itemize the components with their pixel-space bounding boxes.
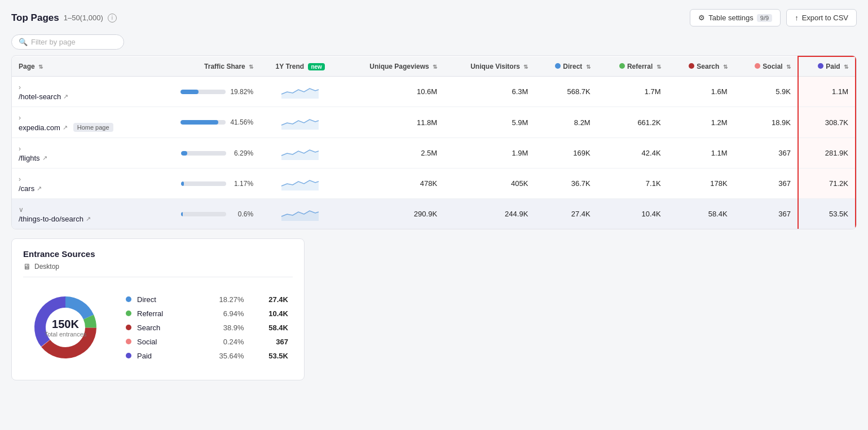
col-header-social: Social ⇅ [734, 56, 798, 77]
cell-direct: 27.4K [535, 199, 597, 229]
row-expand-button[interactable]: › [19, 144, 24, 154]
filter-by-page-input[interactable] [31, 38, 110, 46]
cell-traffic-share: 19.82% [150, 77, 260, 107]
export-csv-button[interactable]: ↑ Export to CSV [786, 9, 857, 26]
filter-input-wrap[interactable]: 🔍 [11, 34, 124, 50]
page-container: Top Pages 1–50(1,000) i ⚙ Table settings… [0, 0, 868, 430]
cell-direct: 568.7K [535, 77, 597, 107]
sort-icon-search[interactable]: ⇅ [723, 64, 728, 70]
cell-page: ∨ /things-to-do/search ↗ [12, 199, 150, 229]
external-link-icon: ↗ [63, 124, 68, 131]
cell-direct: 36.7K [535, 169, 597, 199]
search-icon: 🔍 [19, 38, 28, 46]
col-header-search: Search ⇅ [668, 56, 734, 77]
cell-social: 18.9K [734, 107, 798, 138]
dot-search [689, 63, 694, 69]
cell-trend [260, 199, 340, 229]
col-header-referral: Referral ⇅ [597, 56, 668, 77]
sort-icon-page[interactable]: ⇅ [38, 64, 43, 70]
title-count: 1–50(1,000) [64, 14, 103, 22]
cell-referral: 661.2K [597, 107, 668, 138]
cell-search: 58.4K [668, 199, 734, 229]
legend-row: Direct 18.27% 27.4K [122, 293, 292, 306]
page-link[interactable]: expedia.com ↗ Home page [19, 123, 143, 132]
legend-name-cell: Direct [122, 293, 195, 306]
home-page-badge: Home page [73, 123, 113, 132]
external-link-icon: ↗ [42, 154, 47, 162]
traffic-bar-fill [181, 181, 184, 186]
sort-icon-direct[interactable]: ⇅ [586, 64, 591, 70]
col-header-unique-visitors: Unique Visitors ⇅ [444, 56, 535, 77]
legend-pct: 6.94% [196, 307, 248, 320]
legend-label: Social [137, 338, 157, 346]
cell-referral: 42.4K [597, 138, 668, 169]
cell-unique-visitors: 1.9M [444, 138, 535, 169]
row-expand-button[interactable]: › [19, 82, 24, 92]
sort-icon-pageviews[interactable]: ⇅ [433, 64, 437, 70]
cell-unique-pageviews: 478K [340, 169, 444, 199]
legend-label: Referral [137, 309, 163, 318]
donut-segment-direct [65, 296, 94, 320]
header-row: Top Pages 1–50(1,000) i ⚙ Table settings… [11, 9, 857, 26]
external-link-icon: ↗ [63, 93, 68, 100]
dot-referral [619, 63, 625, 69]
traffic-bar-bg [181, 181, 226, 186]
table-settings-button[interactable]: ⚙ Table settings 9/9 [690, 9, 781, 26]
gear-icon: ⚙ [698, 14, 705, 22]
page-link[interactable]: /things-to-do/search ↗ [19, 215, 143, 223]
traffic-bar-bg [181, 151, 226, 156]
legend-label: Search [137, 323, 160, 332]
entrance-sources-title: Entrance Sources [23, 249, 293, 259]
donut-row: 150K Total entrances Direct 18.27% 27.4K… [23, 285, 293, 370]
sort-icon-visitors[interactable]: ⇅ [523, 64, 528, 70]
traffic-bar-fill [181, 212, 183, 216]
cell-unique-pageviews: 10.6M [340, 77, 444, 107]
cell-unique-pageviews: 2.5M [340, 138, 444, 169]
cell-paid: 71.2K [798, 169, 856, 199]
cell-traffic-share: 6.29% [150, 138, 260, 169]
table-row: ∨ /things-to-do/search ↗ 0.6% 290.9K 244… [12, 199, 856, 229]
cell-trend [260, 169, 340, 199]
cell-traffic-share: 0.6% [150, 199, 260, 229]
table-row: › /flights ↗ 6.29% 2.5M 1.9M 169K 42.4K … [12, 138, 856, 169]
header-actions: ⚙ Table settings 9/9 ↑ Export to CSV [690, 9, 857, 26]
col-header-direct: Direct ⇅ [535, 56, 597, 77]
external-link-icon: ↗ [37, 185, 42, 192]
page-link[interactable]: /flights ↗ [19, 154, 143, 162]
table-header-row: Page ⇅ Traffic Share ⇅ 1Y Trend new Uniq… [12, 56, 856, 77]
page-link[interactable]: /cars ↗ [19, 184, 143, 193]
row-expand-button[interactable]: › [19, 113, 24, 123]
traffic-bar-fill [180, 90, 199, 94]
sort-icon-paid[interactable]: ⇅ [844, 64, 848, 70]
traffic-pct: 41.56% [230, 118, 253, 126]
entrance-sources-card: Entrance Sources 🖥 Desktop 150K Total en… [11, 238, 305, 380]
filter-row: 🔍 [11, 34, 857, 50]
cell-unique-visitors: 244.9K [444, 199, 535, 229]
legend-dot [126, 325, 131, 330]
cell-traffic-share: 1.17% [150, 169, 260, 199]
sort-icon-traffic[interactable]: ⇅ [249, 64, 253, 70]
dot-direct [555, 63, 561, 69]
page-name: /things-to-do/search [19, 215, 83, 223]
row-expand-button[interactable]: › [19, 174, 24, 184]
cell-direct: 8.2M [535, 107, 597, 138]
cell-search: 1.1M [668, 138, 734, 169]
cell-unique-pageviews: 11.8M [340, 107, 444, 138]
traffic-bar-bg [180, 90, 226, 94]
traffic-bar-fill [180, 120, 218, 125]
row-expand-button[interactable]: ∨ [19, 205, 27, 215]
traffic-bar-bg [181, 212, 226, 216]
legend-name-cell: Search [122, 321, 195, 334]
page-link[interactable]: /hotel-search ↗ [19, 92, 143, 101]
bottom-section: Entrance Sources 🖥 Desktop 150K Total en… [11, 238, 857, 380]
cell-trend [260, 107, 340, 138]
cell-paid: 53.5K [798, 199, 856, 229]
sort-icon-social[interactable]: ⇅ [786, 64, 791, 70]
page-title: Top Pages [11, 12, 59, 24]
sort-icon-referral[interactable]: ⇅ [656, 64, 661, 70]
col-header-page: Page ⇅ [12, 56, 150, 77]
info-icon[interactable]: i [108, 14, 117, 23]
table-settings-label: Table settings [708, 14, 754, 22]
export-icon: ↑ [795, 14, 799, 22]
cell-page: › expedia.com ↗ Home page [12, 107, 150, 138]
